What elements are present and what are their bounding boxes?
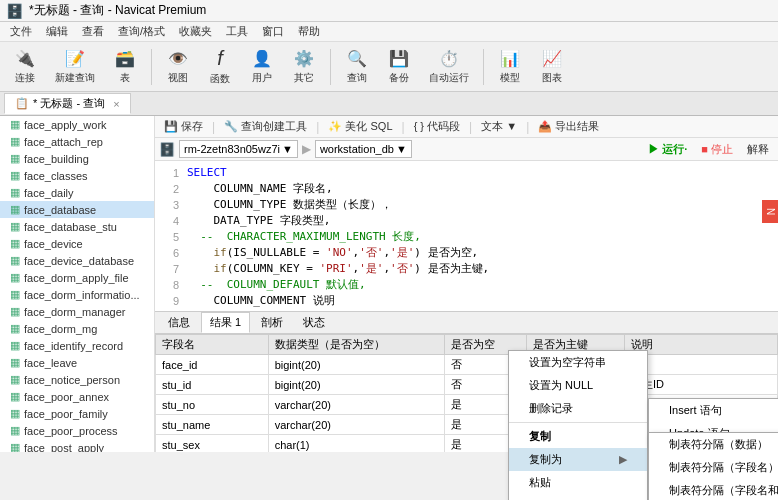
code-line-6: 6 if(IS_NULLABLE = 'NO','否','是') 是否为空, [159, 245, 774, 261]
autorun-label: 自动运行 [429, 71, 469, 85]
results-tab-info[interactable]: 信息 [159, 312, 199, 333]
address-bar: 🗄️ rm-2zetn83n05wz7i ▼ ▶ workstation_db … [155, 138, 778, 161]
db-dropdown-icon: ▼ [396, 143, 407, 155]
sidebar-item-face-dorm-manager[interactable]: ▦ face_dorm_manager [0, 303, 154, 320]
table-icon-13: ▦ [10, 339, 20, 352]
backup-button[interactable]: 💾 备份 [380, 46, 418, 88]
results-tab-profile[interactable]: 剖析 [252, 312, 292, 333]
sidebar-item-face-poor-annex[interactable]: ▦ face_poor_annex [0, 388, 154, 405]
toolbar-sep-3 [483, 49, 484, 85]
results-tab-result1[interactable]: 结果 1 [201, 312, 250, 333]
sub-ctx-tab-sep-field[interactable]: 制表符分隔（字段名） [649, 456, 778, 479]
beautify-sql-button[interactable]: ✨ 美化 SQL [323, 118, 397, 135]
sidebar-item-face-database-stu[interactable]: ▦ face_database_stu [0, 218, 154, 235]
sidebar-item-face-apply-work[interactable]: ▦ face_apply_work [0, 116, 154, 133]
table-row[interactable]: stu_id bigint(20) 否 否 学生ID [156, 375, 778, 395]
tab-close-icon[interactable]: × [113, 98, 119, 110]
other-button[interactable]: ⚙️ 其它 [285, 46, 323, 88]
sub-ctx-insert-sql[interactable]: Insert 语句 [649, 399, 778, 422]
table-button[interactable]: 🗃️ 表 [106, 46, 144, 88]
ctx-set-empty-string[interactable]: 设置为空字符串 [509, 351, 647, 374]
autorun-button[interactable]: ⏱️ 自动运行 [422, 46, 476, 88]
view-icon: 👁️ [166, 49, 190, 69]
sidebar-item-face-attach-rep[interactable]: ▦ face_attach_rep [0, 133, 154, 150]
user-label: 用户 [252, 71, 272, 85]
code-line-8: 8 -- COLUMN_DEFAULT 默认值, [159, 277, 774, 293]
ctx-paste[interactable]: 粘贴 [509, 471, 647, 494]
view-button[interactable]: 👁️ 视图 [159, 46, 197, 88]
ctx-set-null[interactable]: 设置为 NULL [509, 374, 647, 397]
save-button[interactable]: 💾 保存 [159, 118, 208, 135]
table-icon-3: ▦ [10, 169, 20, 182]
db-name: workstation_db [320, 143, 394, 155]
sidebar-item-face-dorm-information[interactable]: ▦ face_dorm_informatio... [0, 286, 154, 303]
code-line-3: 3 COLUMN_TYPE 数据类型（长度）， [159, 197, 774, 213]
sidebar-item-face-database[interactable]: ▦ face_database [0, 201, 154, 218]
menu-view[interactable]: 查看 [76, 23, 110, 40]
menu-favorites[interactable]: 收藏夹 [173, 23, 218, 40]
model-button[interactable]: 📊 模型 [491, 46, 529, 88]
function-button[interactable]: f 函数 [201, 46, 239, 88]
code-editor[interactable]: 1 SELECT 2 COLUMN_NAME 字段名, 3 COLUMN_TYP… [155, 161, 778, 311]
chart-button[interactable]: 📈 图表 [533, 46, 571, 88]
sidebar-item-face-dorm-mg[interactable]: ▦ face_dorm_mg [0, 320, 154, 337]
sidebar-item-face-classes[interactable]: ▦ face_classes [0, 167, 154, 184]
sidebar-item-face-building[interactable]: ▦ face_building [0, 150, 154, 167]
table-icon-2: ▦ [10, 152, 20, 165]
sub-ctx-tab-sep-field-data[interactable]: 制表符分隔（字段名和数据） [649, 479, 778, 500]
table-row[interactable]: face_id bigint(20) 否 是 ID [156, 355, 778, 375]
menu-help[interactable]: 帮助 [292, 23, 326, 40]
autorun-icon: ⏱️ [437, 49, 461, 69]
sidebar-item-face-poor-process[interactable]: ▦ face_poor_process [0, 422, 154, 439]
sidebar-item-face-daily[interactable]: ▦ face_daily [0, 184, 154, 201]
table-icon-15: ▦ [10, 373, 20, 386]
server-dropdown[interactable]: rm-2zetn83n05wz7i ▼ [179, 140, 298, 158]
ctx-display[interactable]: 显示 ▶ [509, 494, 647, 500]
sub-context-menu-display: 制表符分隔（数据） 制表符分隔（字段名） 制表符分隔（字段名和数据） [648, 432, 778, 500]
table-icon-10: ▦ [10, 288, 20, 301]
user-button[interactable]: 👤 用户 [243, 46, 281, 88]
explain-button[interactable]: 解释 [742, 141, 774, 158]
export-results-button[interactable]: 📤 导出结果 [533, 118, 604, 135]
run-button[interactable]: ▶ 运行· [643, 141, 692, 158]
query-icon: 🔍 [345, 49, 369, 69]
backup-icon: 💾 [387, 49, 411, 69]
results-tab-status[interactable]: 状态 [294, 312, 334, 333]
chart-label: 图表 [542, 71, 562, 85]
query-button[interactable]: 🔍 查询 [338, 46, 376, 88]
menu-file[interactable]: 文件 [4, 23, 38, 40]
sidebar-item-face-leave[interactable]: ▦ face_leave [0, 354, 154, 371]
code-snippet-button[interactable]: { } 代码段 [409, 118, 465, 135]
new-query-button[interactable]: 📝 新建查询 [48, 46, 102, 88]
tab-label: * 无标题 - 查询 [33, 96, 105, 111]
sidebar-item-face-post-apply[interactable]: ▦ face_post_apply [0, 439, 154, 452]
sidebar-item-face-identify-record[interactable]: ▦ face_identify_record [0, 337, 154, 354]
right-decoration[interactable]: N [762, 200, 778, 223]
menu-query-format[interactable]: 查询/格式 [112, 23, 171, 40]
code-line-2: 2 COLUMN_NAME 字段名, [159, 181, 774, 197]
sidebar-item-face-poor-family[interactable]: ▦ face_poor_family [0, 405, 154, 422]
sidebar-item-face-device-database[interactable]: ▦ face_device_database [0, 252, 154, 269]
sidebar: ▦ face_apply_work ▦ face_attach_rep ▦ fa… [0, 116, 155, 452]
db-dropdown[interactable]: workstation_db ▼ [315, 140, 412, 158]
menu-window[interactable]: 窗口 [256, 23, 290, 40]
ctx-copy-as[interactable]: 复制为 ▶ [509, 448, 647, 471]
title-bar-text: *无标题 - 查询 - Navicat Premium [29, 2, 206, 19]
new-query-icon: 📝 [63, 49, 87, 69]
ctx-copy[interactable]: 复制 [509, 425, 647, 448]
col-header-field: 字段名 [156, 335, 269, 355]
sidebar-item-face-notice-person[interactable]: ▦ face_notice_person [0, 371, 154, 388]
connect-button[interactable]: 🔌 连接 [6, 46, 44, 88]
sidebar-item-face-dorm-apply-file[interactable]: ▦ face_dorm_apply_file [0, 269, 154, 286]
results-tabs: 信息 结果 1 剖析 状态 [155, 312, 778, 334]
context-menu: 设置为空字符串 设置为 NULL 删除记录 复制 复制为 ▶ 粘贴 显示 ▶ [508, 350, 648, 500]
ctx-delete-record[interactable]: 删除记录 [509, 397, 647, 420]
menu-edit[interactable]: 编辑 [40, 23, 74, 40]
query-tab[interactable]: 📋 * 无标题 - 查询 × [4, 93, 131, 114]
query-builder-button[interactable]: 🔧 查询创建工具 [219, 118, 312, 135]
text-dropdown[interactable]: 文本 ▼ [476, 118, 522, 135]
sub-ctx-tab-sep-data[interactable]: 制表符分隔（数据） [649, 433, 778, 456]
stop-button[interactable]: ■ 停止 [696, 141, 738, 158]
menu-tools[interactable]: 工具 [220, 23, 254, 40]
sidebar-item-face-device[interactable]: ▦ face_device [0, 235, 154, 252]
